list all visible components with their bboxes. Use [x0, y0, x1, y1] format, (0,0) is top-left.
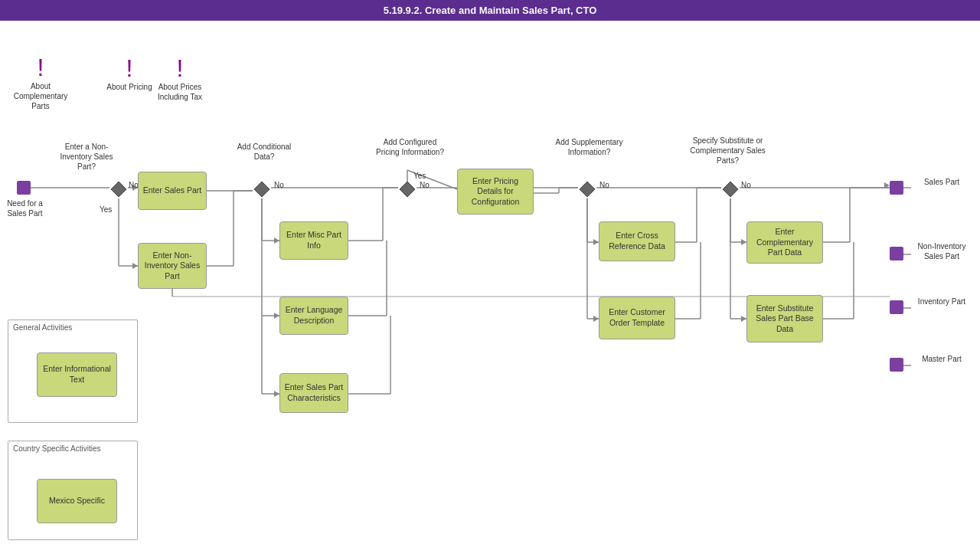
general-activities-container: General Activities [8, 320, 138, 423]
icon-complementary[interactable]: ! About Complementary Parts [10, 55, 71, 111]
title-bar: 5.19.9.2. Create and Maintain Sales Part… [0, 0, 980, 21]
q-supplementary: Add Supplementary Information? [553, 137, 626, 157]
country-activities-label: Country Specific Activities [8, 441, 137, 456]
svg-marker-58 [274, 391, 279, 397]
enter-pricing-config-box[interactable]: Enter Pricing Details for Configuration [457, 169, 534, 215]
diagram-area: ! About Complementary Parts ! About Pric… [0, 21, 980, 542]
label-inventory-part: Inventory Part [907, 297, 976, 306]
q-conditional: Add Conditional Data? [234, 142, 295, 162]
q-configured-pricing: Add Configured Pricing Information? [374, 137, 446, 157]
svg-marker-67 [723, 182, 738, 197]
end-sales-part-node [890, 181, 903, 195]
enter-cross-ref-box[interactable]: Enter Cross Reference Data [599, 221, 675, 261]
svg-marker-53 [884, 182, 890, 188]
svg-marker-63 [111, 182, 126, 197]
page-title: 5.19.9.2. Create and Maintain Sales Part… [384, 5, 597, 16]
label-no4: No [599, 180, 609, 190]
enter-non-inventory-box[interactable]: Enter Non-Inventory Sales Part [138, 243, 207, 289]
label-sales-part: Sales Part [907, 177, 976, 187]
decision-5 [721, 180, 740, 198]
svg-marker-66 [580, 182, 595, 197]
enter-misc-part-box[interactable]: Enter Misc Part Info [279, 221, 348, 260]
decision-2 [253, 180, 271, 198]
end-non-inventory-node [890, 247, 903, 261]
svg-marker-56 [274, 238, 279, 244]
q-non-inventory: Enter a Non-Inventory Sales Part? [52, 142, 121, 172]
svg-marker-55 [132, 263, 138, 269]
label-yes1: Yes [100, 205, 112, 215]
label-no3: No [420, 180, 430, 190]
svg-marker-59 [593, 239, 599, 245]
label-no5: No [741, 180, 751, 190]
end-inventory-node [890, 300, 903, 314]
svg-marker-60 [593, 316, 599, 322]
end-master-node [890, 358, 903, 372]
enter-complementary-box[interactable]: Enter Complementary Part Data [746, 221, 823, 264]
enter-sales-part-box[interactable]: Enter Sales Part [138, 172, 207, 210]
icon-prices-including[interactable]: ! About Prices Including Tax [149, 56, 211, 102]
label-non-inventory-part: Non-Inventory Sales Part [907, 241, 976, 261]
svg-marker-65 [400, 182, 415, 197]
need-sales-part-label: Need for a Sales Part [4, 198, 46, 218]
label-no1: No [129, 180, 139, 190]
enter-substitute-box[interactable]: Enter Substitute Sales Part Base Data [746, 295, 823, 342]
svg-marker-61 [741, 239, 746, 245]
enter-sales-part-char-box[interactable]: Enter Sales Part Characteristics [279, 373, 348, 413]
decision-4 [578, 180, 596, 198]
enter-language-box[interactable]: Enter Language Description [279, 297, 348, 335]
label-master-part: Master Part [907, 354, 976, 364]
decision-1 [109, 180, 128, 198]
decision-3 [398, 180, 416, 198]
q-substitute: Specify Substitute or Complementary Sale… [688, 136, 768, 165]
svg-marker-62 [741, 316, 746, 322]
start-node [17, 181, 31, 195]
label-no2: No [274, 180, 284, 190]
enter-customer-order-box[interactable]: Enter Customer Order Template [599, 297, 675, 339]
svg-marker-57 [274, 313, 279, 319]
svg-marker-64 [254, 182, 270, 197]
country-activities-container: Country Specific Activities [8, 441, 138, 540]
general-activities-label: General Activities [8, 320, 137, 335]
